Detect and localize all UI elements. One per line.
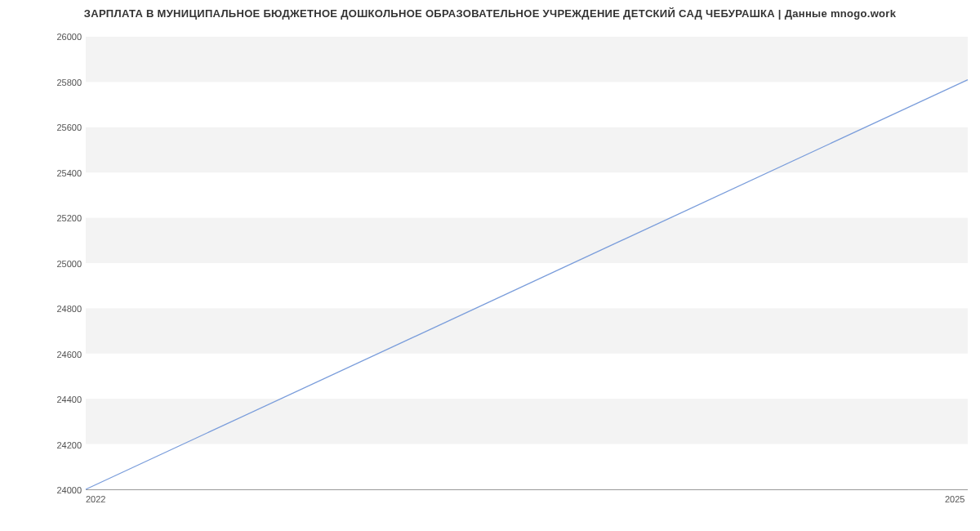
y-tick-label: 26000 bbox=[41, 32, 82, 42]
y-tick-label: 25800 bbox=[41, 78, 82, 87]
y-tick-label: 24600 bbox=[41, 350, 82, 359]
grid-band bbox=[86, 37, 968, 82]
y-tick-label: 24400 bbox=[41, 395, 82, 404]
y-tick-label: 24800 bbox=[41, 304, 82, 314]
chart-container: ЗАРПЛАТА В МУНИЦИПАЛЬНОЕ БЮДЖЕТНОЕ ДОШКО… bbox=[0, 0, 980, 531]
plot-area bbox=[86, 37, 968, 490]
y-tick-label: 24000 bbox=[41, 485, 82, 495]
y-tick-label: 24200 bbox=[41, 440, 82, 450]
grid-band bbox=[86, 218, 968, 263]
grid-band bbox=[86, 399, 968, 444]
y-tick-label: 25000 bbox=[41, 259, 82, 269]
grid-band bbox=[86, 127, 968, 172]
x-tick-label: 2025 bbox=[945, 494, 964, 504]
grid-band bbox=[86, 308, 968, 353]
grid-bands bbox=[86, 37, 968, 444]
y-tick-label: 25400 bbox=[41, 168, 82, 178]
chart-title: ЗАРПЛАТА В МУНИЦИПАЛЬНОЕ БЮДЖЕТНОЕ ДОШКО… bbox=[0, 0, 980, 20]
x-tick-label: 2022 bbox=[86, 494, 105, 504]
y-tick-label: 25200 bbox=[41, 213, 82, 223]
y-tick-label: 25600 bbox=[41, 123, 82, 132]
line-chart-svg bbox=[86, 37, 968, 489]
